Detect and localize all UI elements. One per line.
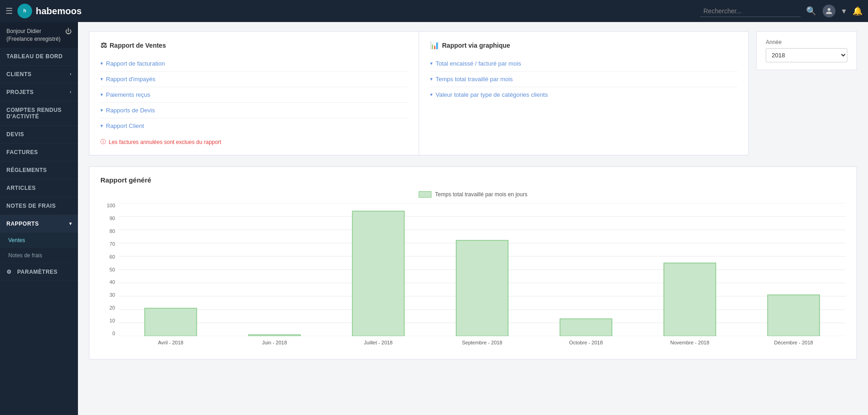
link-temps-travail[interactable]: ▾ Temps total travaillé par mois xyxy=(430,72,737,87)
y-label-80: 80 xyxy=(100,229,118,234)
x-label-item: Juin - 2018 xyxy=(222,337,326,350)
avatar[interactable] xyxy=(823,5,835,17)
sidebar-sub-label-ventes: Ventes xyxy=(8,237,25,243)
sidebar-label-rapports: RAPPORTS xyxy=(6,221,39,227)
x-label-item: Octobre - 2018 xyxy=(534,337,638,350)
link-valeur-categories[interactable]: ▾ Valeur totale par type de catégories c… xyxy=(430,87,737,102)
search-area: 🔍 ▾ 🔔 xyxy=(95,5,862,17)
x-label-item: Juillet - 2018 xyxy=(326,337,430,350)
top-navigation: ☰ h habemoos 🔍 ▾ 🔔 xyxy=(0,0,868,22)
y-label-70: 70 xyxy=(100,242,118,247)
arrow-icon: ▾ xyxy=(100,107,103,113)
sidebar-item-devis[interactable]: DEVIS xyxy=(0,126,78,144)
svg-rect-18 xyxy=(664,263,716,337)
chart-legend: Temps total travaillé par mois en jours xyxy=(100,191,846,198)
svg-rect-16 xyxy=(456,240,508,336)
rapport-ventes-panel: ⚖ Rapport de Ventes ▾ Rapport de factura… xyxy=(89,32,419,155)
sidebar-label-articles: ARTICLES xyxy=(6,185,36,191)
link-facturation[interactable]: ▾ Rapport de facturation xyxy=(100,56,408,72)
sidebar-label-projets: PROJETS xyxy=(6,89,34,95)
bar-chart-svg xyxy=(119,203,846,336)
arrow-icon: ▾ xyxy=(430,92,433,98)
svg-rect-19 xyxy=(768,295,819,336)
gear-icon: ⚙ xyxy=(6,269,12,275)
link-paiements[interactable]: ▾ Paiements reçus xyxy=(100,87,408,103)
sidebar-label-comptes: COMPTES RENDUS D'ACTIVITÉ xyxy=(6,107,72,120)
sidebar-user: Bonjour Didier (Freelance enregistré) ⏻ xyxy=(0,22,78,48)
search-input[interactable] xyxy=(700,6,801,17)
rapport-graphique-title: 📊 Rapport via graphique xyxy=(430,41,737,50)
arrow-icon: ▾ xyxy=(430,76,433,82)
sidebar-label-notes: NOTES DE FRAIS xyxy=(6,203,56,209)
y-label-50: 50 xyxy=(100,267,118,272)
power-icon[interactable]: ⏻ xyxy=(65,28,72,35)
sidebar-item-parametres[interactable]: ⚙ PARAMÈTRES xyxy=(0,263,78,281)
sidebar-item-factures[interactable]: FACTURES xyxy=(0,144,78,161)
arrow-icon: ▾ xyxy=(100,61,103,66)
svg-text:h: h xyxy=(23,8,26,13)
sidebar-label-tableau: TABLEAU DE BORD xyxy=(6,53,63,60)
y-label-20: 20 xyxy=(100,305,118,310)
y-label-90: 90 xyxy=(100,216,118,221)
chart-y-axis: 0 10 20 30 40 50 60 70 80 90 100 xyxy=(100,203,118,336)
chevron-icon-clients: ‹ xyxy=(70,72,72,77)
link-total-encaisse[interactable]: ▾ Total encaissé / facturé par mois xyxy=(430,56,737,72)
year-select[interactable]: 2018 2019 2017 2016 xyxy=(766,48,847,62)
chart-icon: 📊 xyxy=(430,41,439,50)
y-label-10: 10 xyxy=(100,318,118,323)
x-label-item: Septembre - 2018 xyxy=(430,337,534,350)
warning-icon: ⓘ xyxy=(100,138,106,146)
svg-rect-15 xyxy=(352,211,404,336)
x-label-item: Avril - 2018 xyxy=(119,337,222,350)
legend-color-box xyxy=(419,191,431,198)
sidebar-item-projets[interactable]: PROJETS ‹ xyxy=(0,83,78,101)
arrow-icon: ▾ xyxy=(100,123,103,129)
y-label-30: 30 xyxy=(100,293,118,298)
app-logo: h habemoos xyxy=(17,4,95,18)
svg-rect-13 xyxy=(145,308,197,336)
sidebar-item-clients[interactable]: CLIENTS ‹ xyxy=(0,66,78,83)
sidebar-item-comptes-rendus[interactable]: COMPTES RENDUS D'ACTIVITÉ xyxy=(0,101,78,126)
chevron-icon-projets: ‹ xyxy=(70,89,72,94)
hamburger-icon[interactable]: ☰ xyxy=(6,6,13,16)
sidebar-item-reglements[interactable]: RÉGLEMENTS xyxy=(0,161,78,179)
link-impayes[interactable]: ▾ Rapport d'impayés xyxy=(100,72,408,87)
main-content: ⚖ Rapport de Ventes ▾ Rapport de factura… xyxy=(78,22,868,415)
x-label-item: Novembre - 2018 xyxy=(638,337,741,350)
x-labels: Avril - 2018Juin - 2018Juillet - 2018Sep… xyxy=(119,337,846,350)
sidebar-sub-label-notes: Notes de frais xyxy=(8,252,42,259)
report-panels: ⚖ Rapport de Ventes ▾ Rapport de factura… xyxy=(89,31,749,155)
logo-circle: h xyxy=(17,4,32,18)
arrow-icon: ▾ xyxy=(100,92,103,98)
rapport-ventes-title: ⚖ Rapport de Ventes xyxy=(100,41,408,50)
sidebar-item-articles[interactable]: ARTICLES xyxy=(0,179,78,197)
x-label-item: Décembre - 2018 xyxy=(742,337,846,350)
y-label-60: 60 xyxy=(100,255,118,260)
sidebar-item-notes[interactable]: NOTES DE FRAIS xyxy=(0,197,78,215)
sidebar-label-reglements: RÉGLEMENTS xyxy=(6,167,47,173)
y-label-0: 0 xyxy=(100,331,118,336)
sidebar-item-tableau[interactable]: TABLEAU DE BORD xyxy=(0,48,78,66)
scale-icon: ⚖ xyxy=(100,41,107,50)
chevron-icon-rapports: ▾ xyxy=(69,221,72,226)
sidebar-item-rapports[interactable]: RAPPORTS ▾ xyxy=(0,215,78,233)
app-title: habemoos xyxy=(36,6,82,17)
sidebar-subitem-notes[interactable]: Notes de frais xyxy=(0,248,78,263)
chart-section: Rapport généré Temps total travaillé par… xyxy=(89,166,857,360)
bell-icon[interactable]: 🔔 xyxy=(852,6,862,16)
y-label-40: 40 xyxy=(100,280,118,285)
chevron-down-icon[interactable]: ▾ xyxy=(842,6,846,16)
chart-title: Rapport généré xyxy=(100,176,846,184)
svg-rect-17 xyxy=(560,319,612,336)
top-row: ⚖ Rapport de Ventes ▾ Rapport de factura… xyxy=(89,31,857,155)
year-label: Année xyxy=(766,39,847,45)
link-client[interactable]: ▾ Rapport Client xyxy=(100,118,408,133)
sidebar-label-parametres: PARAMÈTRES xyxy=(17,269,58,275)
arrow-icon: ▾ xyxy=(100,76,103,82)
rapport-graphique-panel: 📊 Rapport via graphique ▾ Total encaissé… xyxy=(419,32,748,155)
sidebar-subitem-ventes[interactable]: Ventes xyxy=(0,233,78,248)
legend-label: Temps total travaillé par mois en jours xyxy=(435,191,527,198)
sidebar-label-factures: FACTURES xyxy=(6,149,38,155)
search-icon[interactable]: 🔍 xyxy=(806,6,816,16)
link-devis[interactable]: ▾ Rapports de Devis xyxy=(100,103,408,118)
